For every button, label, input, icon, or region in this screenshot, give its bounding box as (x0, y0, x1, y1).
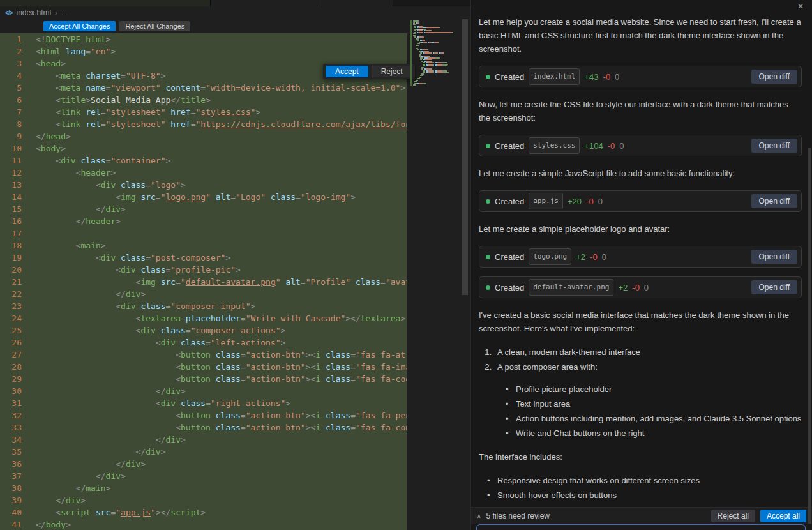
code-text: <header> (29, 167, 407, 179)
reject-all-changes-button[interactable]: Reject All Changes (119, 21, 190, 31)
code-line[interactable]: 39 </div> (0, 494, 407, 506)
chevron-up-icon[interactable]: ∧ (477, 513, 481, 519)
code-line[interactable]: 34 </div> (0, 434, 407, 446)
file-name-chip[interactable]: app.js (529, 193, 563, 209)
code-text: <div class="container"> (29, 155, 407, 167)
code-text: <button class="action-btn"><i class="fas… (29, 409, 407, 421)
code-line[interactable]: 33 <button class="action-btn"><i class="… (0, 421, 407, 434)
line-number: 22 (0, 288, 29, 300)
code-line[interactable]: 2<html lang="en"> (0, 45, 407, 57)
bullet-icon: • (506, 427, 509, 440)
file-name-chip[interactable]: logo.png (529, 248, 571, 265)
code-line[interactable]: 38 </main> (0, 482, 407, 494)
lines-unchanged-count: 0 (598, 195, 603, 208)
code-line[interactable]: 31 <div class="right-actions"> (0, 397, 407, 409)
code-line[interactable]: 14 <img src="logo.png" alt="Logo" class=… (0, 191, 407, 203)
lines-removed-count: -0 (586, 195, 594, 208)
file-created-card: Createdstyles.css+104-00Open diff (479, 135, 802, 156)
code-text: </header> (29, 215, 407, 227)
lines-unchanged-count: 0 (644, 281, 649, 294)
code-line[interactable]: 7 <link rel="stylesheet" href="styles.cs… (0, 106, 407, 118)
line-number: 1 (0, 33, 29, 45)
code-line[interactable]: 1<!DOCTYPE html> (0, 33, 407, 45)
code-line[interactable]: 28 <button class="action-btn"><i class="… (0, 361, 407, 373)
code-text: <div class="composer-input"> (29, 300, 407, 312)
code-line[interactable]: 8 <link rel="stylesheet" href="https://c… (0, 118, 407, 130)
file-status-label: Created (495, 70, 524, 84)
open-diff-button[interactable]: Open diff (751, 194, 797, 208)
code-line[interactable]: 32 <button class="action-btn"><i class="… (0, 409, 407, 421)
inline-diff-actions: Accept Reject (323, 64, 415, 79)
code-line[interactable]: 37 </div> (0, 470, 407, 482)
open-diff-button[interactable]: Open diff (751, 280, 797, 294)
reject-button[interactable]: Reject (372, 66, 412, 77)
open-diff-button[interactable]: Open diff (751, 250, 797, 264)
lines-added-count: +2 (618, 281, 628, 294)
code-line[interactable]: 16 </header> (0, 215, 407, 227)
chat-scrollbar-thumb[interactable] (808, 148, 811, 524)
code-line[interactable]: 6 <title>Social Media App</title> (0, 94, 407, 106)
code-line[interactable]: 23 <div class="composer-input"> (0, 300, 407, 312)
code-text (29, 227, 407, 239)
code-line[interactable]: 11 <div class="container"> (0, 155, 407, 167)
code-line[interactable]: 35 </div> (0, 446, 407, 458)
code-text: <img src="logo.png" alt="Logo" class="lo… (29, 191, 407, 203)
minimap-content (413, 20, 461, 86)
code-editor[interactable]: 1<!DOCTYPE html>2<html lang="en">3<head>… (0, 33, 470, 530)
lines-added-count: +2 (576, 250, 585, 264)
chat-paragraph: Let me create a simple JavaScript file t… (479, 167, 802, 180)
code-text: <!DOCTYPE html> (29, 33, 407, 45)
editor-scrollbar[interactable] (462, 19, 468, 530)
accept-button[interactable]: Accept (326, 66, 368, 77)
code-line[interactable]: 41</body> (0, 519, 407, 530)
chat-input[interactable] (476, 524, 806, 530)
code-line[interactable]: 24 <textarea placeholder="Write with Cas… (0, 312, 407, 324)
code-line[interactable]: 30 </div> (0, 385, 407, 397)
tab[interactable] (317, 0, 393, 6)
file-name-chip[interactable]: default-avatar.png (529, 279, 613, 296)
code-line[interactable]: 21 <img src="default-avatar.png" alt="Pr… (0, 276, 407, 288)
breadcrumb-file[interactable]: index.html (16, 8, 51, 17)
code-text: <main> (29, 239, 407, 252)
line-number: 16 (0, 215, 29, 227)
file-created-status-icon (486, 75, 490, 79)
code-text: </main> (29, 482, 407, 494)
list-item: 2.A post composer area with: (481, 360, 802, 374)
code-line[interactable]: 26 <div class="left-actions"> (0, 337, 407, 349)
open-diff-button[interactable]: Open diff (751, 139, 797, 153)
chat-paragraph: Now, let me create the CSS file to style… (479, 98, 802, 125)
code-line[interactable]: 9</head> (0, 130, 407, 142)
accept-all-changes-button[interactable]: Accept All Changes (43, 21, 116, 31)
code-line[interactable]: 5 <meta name="viewport" content="width=d… (0, 82, 407, 94)
line-number: 12 (0, 167, 29, 179)
code-line[interactable]: 12 <header> (0, 167, 407, 179)
code-line[interactable]: 27 <button class="action-btn"><i class="… (0, 349, 407, 361)
line-number: 40 (0, 506, 29, 519)
tab[interactable] (211, 0, 317, 6)
code-line[interactable]: 36 </div> (0, 458, 407, 470)
code-line[interactable]: 22 </div> (0, 288, 407, 300)
code-line[interactable]: 10<body> (0, 142, 407, 155)
code-line[interactable]: 15 </div> (0, 203, 407, 215)
code-line[interactable]: 20 <div class="profile-pic"> (0, 264, 407, 276)
accept-all-files-button[interactable]: Accept all (760, 510, 806, 522)
file-name-chip[interactable]: styles.css (529, 137, 580, 154)
open-diff-button[interactable]: Open diff (751, 70, 797, 84)
line-number: 17 (0, 227, 29, 239)
code-line[interactable]: 17 (0, 227, 407, 239)
breadcrumb-more[interactable]: ... (61, 9, 67, 17)
code-line[interactable]: 40 <script src="app.js"></script> (0, 506, 407, 519)
code-line[interactable]: 13 <div class="logo"> (0, 179, 407, 191)
code-line[interactable]: 25 <div class="composer-actions"> (0, 324, 407, 337)
editor-scrollbar-thumb[interactable] (462, 19, 468, 295)
code-line[interactable]: 19 <div class="post-composer"> (0, 252, 407, 264)
reject-all-files-button[interactable]: Reject all (711, 510, 755, 522)
code-line[interactable]: 29 <button class="action-btn"><i class="… (0, 373, 407, 385)
editor-pane: </> index.html › ... Accept All Changes … (0, 0, 470, 530)
code-line[interactable]: 18 <main> (0, 239, 407, 252)
line-number: 13 (0, 179, 29, 191)
line-number: 11 (0, 155, 29, 167)
tab[interactable] (0, 0, 211, 6)
file-name-chip[interactable]: index.html (529, 68, 580, 85)
minimap[interactable] (410, 20, 461, 86)
